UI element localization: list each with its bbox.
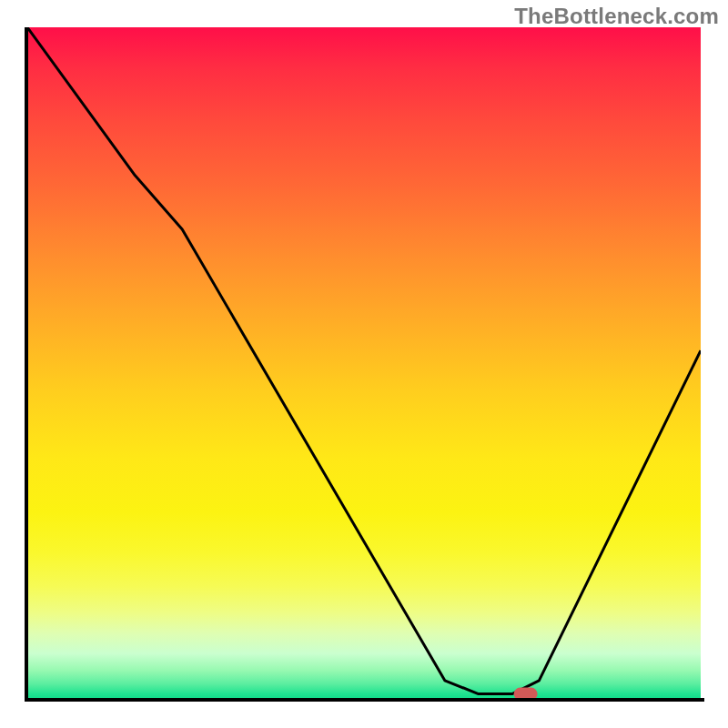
bottleneck-curve [27, 27, 701, 694]
chart-overlay [27, 27, 701, 701]
y-axis-line [25, 27, 28, 701]
plot-area [27, 27, 701, 701]
watermark-text: TheBottleneck.com [514, 4, 719, 29]
chart-container: TheBottleneck.com [0, 0, 728, 728]
x-axis-line [25, 698, 704, 702]
